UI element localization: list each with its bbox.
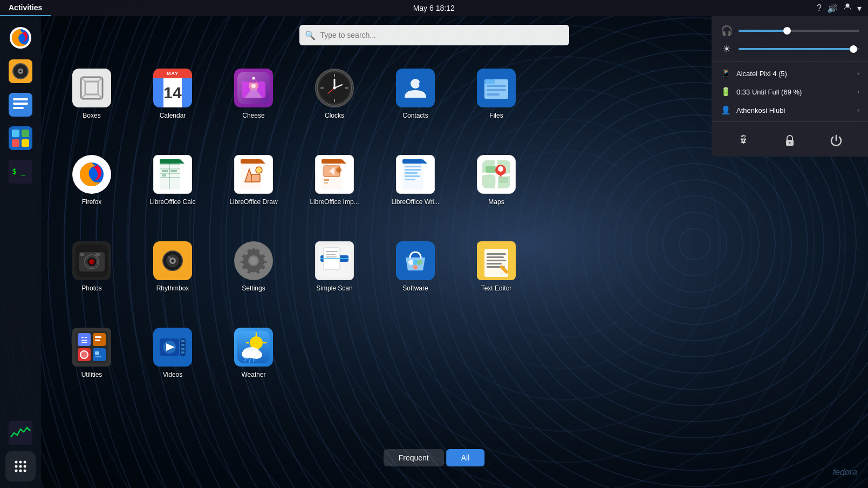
user-arrow-icon: › xyxy=(857,106,859,114)
svg-rect-163 xyxy=(181,351,184,354)
clocks-icon xyxy=(315,69,354,107)
user-icon: 👤 xyxy=(720,105,731,115)
topbar-datetime: May 6 18:12 xyxy=(51,4,817,12)
battery-arrow-icon: › xyxy=(857,88,859,96)
dropdown-arrow-icon[interactable]: ▾ xyxy=(857,3,862,13)
app-item-cheese[interactable]: Cheese xyxy=(216,54,291,135)
contacts-label: Contacts xyxy=(402,112,428,120)
lo-writer-icon xyxy=(396,155,435,194)
sidebar-item-notes[interactable] xyxy=(5,90,36,120)
sidebar-item-firefox[interactable] xyxy=(5,23,36,53)
svg-point-177 xyxy=(789,142,791,144)
files-label: Files xyxy=(489,112,503,120)
app-item-lo-writer[interactable]: LibreOffice Wri... xyxy=(378,140,453,221)
sidebar-item-terminal[interactable]: $ _ xyxy=(5,157,36,187)
topbar: Activities May 6 18:12 ? 🔊 ▾ xyxy=(0,0,868,16)
sidebar-item-rhythmbox[interactable] xyxy=(5,56,36,86)
activities-button[interactable]: Activities xyxy=(0,0,51,16)
app-item-utilities[interactable]: ☱ Utilities xyxy=(54,313,129,394)
svg-point-40 xyxy=(252,77,255,80)
svg-point-26 xyxy=(19,470,22,472)
search-icon: 🔍 xyxy=(305,30,316,40)
lock-action-button[interactable] xyxy=(780,131,799,150)
boxes-label: Boxes xyxy=(83,112,100,120)
settings-icon xyxy=(234,241,273,280)
app-item-lo-calc[interactable]: LibreOffice Calc xyxy=(135,140,210,221)
svg-rect-9 xyxy=(13,103,28,105)
svg-rect-95 xyxy=(405,169,421,171)
svg-rect-126 xyxy=(320,258,348,259)
app-item-contacts[interactable]: @ Contacts xyxy=(378,54,453,135)
account-icon[interactable] xyxy=(843,3,852,13)
svg-rect-162 xyxy=(181,348,184,350)
app-item-firefox[interactable]: Firefox xyxy=(54,140,129,221)
utilities-icon: ☱ xyxy=(72,328,111,367)
sidebar-grid-button[interactable] xyxy=(5,451,36,482)
app-item-simple-scan[interactable]: Simple Scan xyxy=(297,227,372,308)
app-item-maps[interactable]: Maps xyxy=(459,140,534,221)
sound-icon[interactable]: 🔊 xyxy=(827,3,838,13)
svg-rect-148 xyxy=(95,336,101,338)
svg-rect-129 xyxy=(326,256,337,257)
system-panel: 🎧 ☀ 📱 Alcatel Pixi 4 (5) › 🔋 0:33 Until … xyxy=(712,16,868,157)
volume-thumb[interactable] xyxy=(783,27,791,35)
app-item-photos[interactable]: Photos xyxy=(54,227,129,308)
app-item-lo-draw[interactable]: LibreOffice Draw xyxy=(216,140,291,221)
search-input[interactable] xyxy=(299,25,569,45)
brightness-slider[interactable] xyxy=(739,48,859,50)
svg-rect-84 xyxy=(322,159,342,164)
bluetooth-icon: 📱 xyxy=(720,69,731,78)
app-item-lo-impress[interactable]: LibreOffice Imp... xyxy=(297,140,372,221)
app-item-settings[interactable]: Settings xyxy=(216,227,291,308)
app-item-calendar[interactable]: MAY 14 Calendar xyxy=(135,54,210,135)
svg-rect-149 xyxy=(95,340,100,341)
rhythmbox-label: Rhythmbox xyxy=(156,284,189,293)
battery-menu-item[interactable]: 🔋 0:33 Until Full (69 %) › xyxy=(712,83,868,101)
svg-rect-154 xyxy=(95,356,101,357)
weather-label: Weather xyxy=(241,371,265,379)
svg-rect-140 xyxy=(487,263,502,265)
calendar-label: Calendar xyxy=(160,112,186,120)
svg-rect-111 xyxy=(95,253,100,256)
tab-all[interactable]: All xyxy=(446,449,485,466)
app-item-weather[interactable]: Weather xyxy=(216,313,291,394)
lo-calc-label: LibreOffice Calc xyxy=(149,198,195,207)
settings-action-button[interactable] xyxy=(734,131,753,150)
app-item-rhythmbox[interactable]: Rhythmbox xyxy=(135,227,210,308)
clocks-label: Clocks xyxy=(325,112,344,120)
power-action-button[interactable] xyxy=(826,131,846,150)
help-icon[interactable]: ? xyxy=(817,3,822,13)
volume-slider[interactable] xyxy=(739,30,859,32)
svg-point-104 xyxy=(498,166,503,172)
sidebar-item-software[interactable] xyxy=(5,123,36,153)
app-item-text-editor[interactable]: Text Editor xyxy=(459,227,534,308)
tab-frequent[interactable]: Frequent xyxy=(384,449,444,466)
svg-rect-112 xyxy=(80,253,84,256)
search-container: 🔍 xyxy=(299,25,569,45)
app-item-boxes[interactable]: Boxes xyxy=(54,54,129,135)
svg-rect-139 xyxy=(487,260,506,261)
brightness-thumb[interactable] xyxy=(850,45,857,53)
svg-rect-127 xyxy=(326,251,338,252)
simple-scan-icon xyxy=(315,241,354,280)
sidebar-item-system-monitor[interactable] xyxy=(5,418,36,448)
app-item-software[interactable]: Software xyxy=(378,227,453,308)
app-item-files[interactable]: Files xyxy=(459,54,534,135)
svg-point-122 xyxy=(250,257,257,265)
lo-draw-label: LibreOffice Draw xyxy=(229,198,277,207)
brightness-fill xyxy=(739,48,853,50)
divider-1 xyxy=(712,62,868,62)
svg-point-133 xyxy=(417,260,422,265)
cheese-icon xyxy=(234,69,273,107)
app-item-videos[interactable]: Videos xyxy=(135,313,210,394)
svg-point-38 xyxy=(251,84,256,88)
user-menu-item[interactable]: 👤 Athenkosi Hlubi › xyxy=(712,101,868,119)
app-item-clocks[interactable]: Clocks xyxy=(297,54,372,135)
svg-rect-92 xyxy=(402,159,423,189)
volume-fill xyxy=(739,30,787,32)
bluetooth-menu-item[interactable]: 📱 Alcatel Pixi 4 (5) › xyxy=(712,64,868,83)
svg-rect-59 xyxy=(487,93,500,96)
svg-rect-102 xyxy=(498,177,508,183)
svg-rect-56 xyxy=(484,79,495,84)
svg-point-20 xyxy=(19,461,22,464)
